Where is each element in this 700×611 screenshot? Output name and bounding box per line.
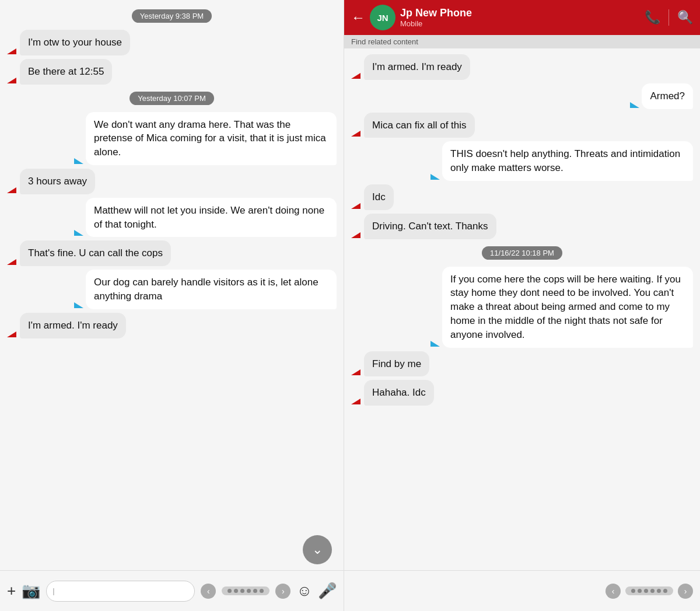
dot-1 [228,589,232,593]
scroll-down-button[interactable]: ⌄ [303,535,332,564]
table-row: Hahaha. Idc [351,380,693,406]
table-row: I'm otw to your house [7,30,337,55]
search-icon[interactable]: 🔍 [677,10,693,25]
message-bubble: If you come here the cops will be here w… [442,267,693,348]
incoming-arrow-icon [7,331,16,337]
right-nav-dots [625,586,673,595]
table-row: THIS doesn't help anything. Threats and … [351,141,693,181]
nav-next-button[interactable]: › [275,584,290,599]
timestamp-badge-2: Yesterday 10:07 PM [130,92,214,105]
table-row: 3 hours away [7,169,337,194]
left-panel: Yesterday 9:38 PM I'm otw to your house … [0,0,344,611]
right-nav-prev-button[interactable]: ‹ [606,584,621,599]
find-bar-text: Find related content [351,37,418,46]
right-nav-next-button[interactable]: › [678,584,693,599]
outgoing-arrow-icon [430,174,440,180]
header-divider [668,9,669,26]
message-bubble: Matthew will not let you inside. We aren… [86,198,337,238]
input-placeholder: | [52,586,54,595]
right-bottom-bar: ‹ › [344,570,700,611]
timestamp-badge-3: 11/16/22 10:18 PM [482,246,562,260]
incoming-arrow-icon [351,232,360,238]
dot-5 [253,589,257,593]
message-bubble: Find by me [364,351,429,377]
table-row: Our dog can barely handle visitors as it… [7,270,337,309]
message-bubble: 3 hours away [20,169,95,194]
contact-name: Jp New Phone [400,7,640,19]
outgoing-arrow-icon [74,230,83,236]
nav-dots [222,586,270,595]
message-bubble: I'm otw to your house [20,30,130,55]
message-bubble: Be there at 12:55 [20,59,112,85]
message-bubble: I'm armed. I'm ready [364,54,470,80]
rdot-3 [644,589,648,593]
nav-prev-button[interactable]: ‹ [201,584,216,599]
table-row: I'm armed. I'm ready [7,313,337,338]
message-input[interactable]: | [46,581,195,602]
table-row: Armed? [351,83,693,109]
left-chat-area: Yesterday 9:38 PM I'm otw to your house … [0,0,344,570]
table-row: If you come here the cops will be here w… [351,267,693,348]
timestamp-badge-1: Yesterday 9:38 PM [132,9,212,23]
table-row: Matthew will not let you inside. We aren… [7,198,337,238]
incoming-arrow-icon [351,73,360,79]
mic-icon[interactable]: 🎤 [318,582,337,600]
left-bottom-bar: + 📷 | ‹ › ☺ 🎤 [0,570,344,611]
incoming-arrow-icon [7,78,16,83]
add-button[interactable]: + [7,582,16,600]
back-button[interactable]: ← [351,9,365,26]
incoming-arrow-icon [7,187,16,193]
outgoing-arrow-icon [74,302,83,308]
rdot-6 [663,589,667,593]
message-bubble: Armed? [642,83,693,109]
call-icon[interactable]: 📞 [645,10,660,25]
avatar: JN [370,5,396,30]
table-row: Find by me [351,351,693,377]
message-bubble: We don't want any drama here. That was t… [86,112,337,165]
emoji-icon[interactable]: ☺ [296,582,312,600]
incoming-arrow-icon [351,203,360,209]
message-bubble: Our dog can barely handle visitors as it… [86,270,337,309]
contact-subtitle: Mobile [400,19,640,28]
table-row: That's fine. U can call the cops [7,240,337,266]
outgoing-arrow-icon [430,341,440,347]
message-bubble: That's fine. U can call the cops [20,240,171,266]
find-bar[interactable]: Find related content [344,35,700,48]
right-panel: ← JN Jp New Phone Mobile 📞 🔍 Find relate… [344,0,700,611]
message-bubble: Mica can fix all of this [364,113,475,138]
dot-3 [240,589,244,593]
message-bubble: Hahaha. Idc [364,380,434,406]
message-bubble: THIS doesn't help anything. Threats and … [442,141,693,181]
table-row: Driving. Can't text. Thanks [351,214,693,239]
outgoing-arrow-icon [74,158,83,164]
table-row: Be there at 12:55 [7,59,337,85]
outgoing-arrow-icon [630,102,639,108]
table-row: Mica can fix all of this [351,113,693,138]
table-row: Idc [351,184,693,210]
message-bubble: Driving. Can't text. Thanks [364,214,496,239]
incoming-arrow-icon [7,48,16,54]
table-row: I'm armed. I'm ready [351,54,693,80]
dot-2 [234,589,238,593]
rdot-2 [638,589,642,593]
chat-header: ← JN Jp New Phone Mobile 📞 🔍 [344,0,700,35]
incoming-arrow-icon [351,131,360,137]
incoming-arrow-icon [7,259,16,265]
message-bubble: I'm armed. I'm ready [20,313,126,338]
rdot-5 [657,589,661,593]
dot-6 [260,589,264,593]
rdot-1 [631,589,635,593]
incoming-arrow-icon [351,369,360,375]
rdot-4 [650,589,654,593]
table-row: We don't want any drama here. That was t… [7,112,337,165]
incoming-arrow-icon [351,399,360,404]
message-bubble: Idc [364,184,394,210]
camera-icon[interactable]: 📷 [22,582,40,600]
right-chat-area: I'm armed. I'm ready Armed? Mica can fix… [344,48,700,570]
dot-4 [247,589,251,593]
